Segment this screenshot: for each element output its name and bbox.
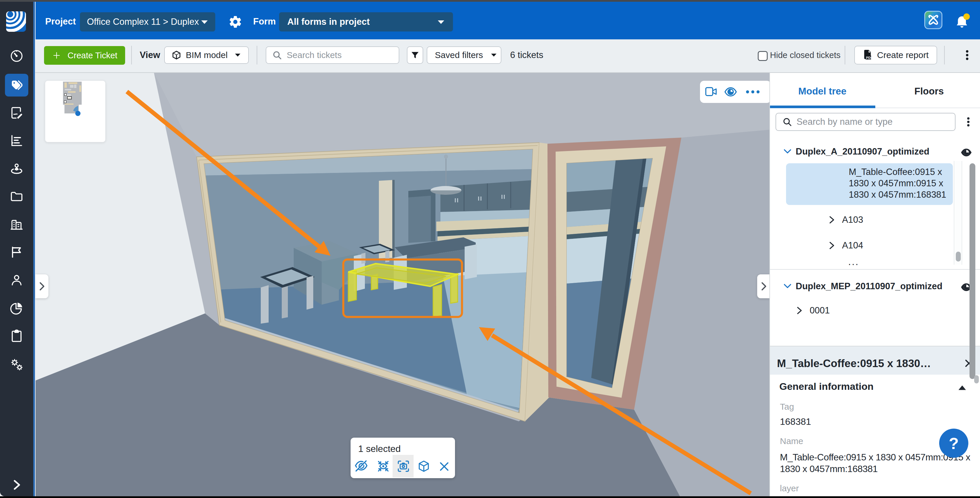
- svg-text:PDF: PDF: [866, 56, 873, 59]
